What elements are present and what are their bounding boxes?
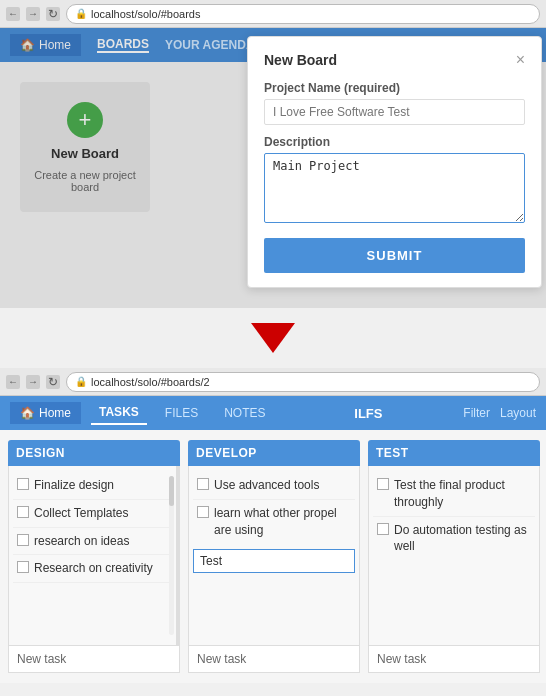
back-button-1[interactable]: ←	[6, 7, 20, 21]
modal-title: New Board	[264, 52, 337, 68]
back-button-2[interactable]: ←	[6, 375, 20, 389]
board-title-area: ILFS	[284, 406, 454, 421]
develop-new-task[interactable]: New task	[188, 646, 360, 673]
design-column-body: Finalize design Collect Templates resear…	[8, 466, 180, 646]
task-text: Test the final product throughly	[394, 477, 531, 511]
arrow-divider	[0, 308, 546, 368]
board-home-label: Home	[39, 406, 71, 420]
task-text: Use advanced tools	[214, 477, 351, 494]
develop-column-header: DEVELOP	[188, 440, 360, 466]
browser-chrome-2: ← → ↻ 🔒 localhost/solo/#boards/2	[0, 368, 546, 396]
forward-button-2[interactable]: →	[26, 375, 40, 389]
design-column: DESIGN Finalize design Collect Templates…	[8, 440, 180, 673]
task-checkbox[interactable]	[377, 523, 389, 535]
task-checkbox[interactable]	[197, 506, 209, 518]
layout-button[interactable]: Layout	[500, 406, 536, 420]
board-nav-right: Filter Layout	[463, 406, 536, 420]
task-text: research on ideas	[34, 533, 168, 550]
forward-button-1[interactable]: →	[26, 7, 40, 21]
test-column: TEST Test the final product throughly Do…	[368, 440, 540, 673]
task-text: Research on creativity	[34, 560, 168, 577]
list-item: Finalize design	[13, 472, 172, 500]
files-tab[interactable]: FILES	[157, 402, 206, 424]
refresh-button-2[interactable]: ↻	[46, 375, 60, 389]
lock-icon-2: 🔒	[75, 376, 87, 387]
project-name-input[interactable]	[264, 99, 525, 125]
board-home-icon: 🏠	[20, 406, 35, 420]
test-column-header: TEST	[368, 440, 540, 466]
address-bar-2[interactable]: 🔒 localhost/solo/#boards/2	[66, 372, 540, 392]
boards-page: 🏠 Home BOARDS YOUR AGENDA + New Board Cr…	[0, 28, 546, 308]
lock-icon-1: 🔒	[75, 8, 87, 19]
list-item: Test the final product throughly	[373, 472, 535, 517]
board-detail-page: 🏠 Home TASKS FILES NOTES ILFS Filter Lay…	[0, 396, 546, 683]
develop-task-input[interactable]	[193, 549, 355, 573]
scrollbar-track	[169, 476, 174, 635]
columns-area: DESIGN Finalize design Collect Templates…	[0, 430, 546, 683]
modal-header: New Board ×	[264, 51, 525, 69]
scrollbar-thumb[interactable]	[169, 476, 174, 506]
tasks-tab[interactable]: TASKS	[91, 401, 147, 425]
design-new-task[interactable]: New task	[8, 646, 180, 673]
task-text: Do automation testing as well	[394, 522, 531, 556]
develop-column-body: Use advanced tools learn what other prop…	[188, 466, 360, 646]
board-title: ILFS	[354, 406, 382, 421]
refresh-button-1[interactable]: ↻	[46, 7, 60, 21]
list-item: Do automation testing as well	[373, 517, 535, 561]
board-navbar: 🏠 Home TASKS FILES NOTES ILFS Filter Lay…	[0, 396, 546, 430]
project-name-label: Project Name (required)	[264, 81, 525, 95]
new-board-modal: New Board × Project Name (required) Desc…	[247, 36, 542, 288]
list-item: research on ideas	[13, 528, 172, 556]
list-item: Collect Templates	[13, 500, 172, 528]
notes-tab[interactable]: NOTES	[216, 402, 273, 424]
task-checkbox[interactable]	[17, 534, 29, 546]
list-item: learn what other propel are using	[193, 500, 355, 544]
task-checkbox[interactable]	[377, 478, 389, 490]
board-home-button[interactable]: 🏠 Home	[10, 402, 81, 424]
test-new-task[interactable]: New task	[368, 646, 540, 673]
task-checkbox[interactable]	[197, 478, 209, 490]
modal-close-button[interactable]: ×	[516, 51, 525, 69]
board-nav-row: 🏠 Home TASKS FILES NOTES ILFS Filter Lay…	[0, 396, 546, 430]
address-bar-1[interactable]: 🔒 localhost/solo/#boards	[66, 4, 540, 24]
down-arrow-icon	[251, 323, 295, 353]
browser-chrome-1: ← → ↻ 🔒 localhost/solo/#boards	[0, 0, 546, 28]
develop-column: DEVELOP Use advanced tools learn what ot…	[188, 440, 360, 673]
task-text: learn what other propel are using	[214, 505, 351, 539]
description-textarea[interactable]: Main Project	[264, 153, 525, 223]
test-column-body: Test the final product throughly Do auto…	[368, 466, 540, 646]
filter-button[interactable]: Filter	[463, 406, 490, 420]
url-text-1: localhost/solo/#boards	[91, 8, 200, 20]
task-text: Finalize design	[34, 477, 168, 494]
task-checkbox[interactable]	[17, 561, 29, 573]
url-text-2: localhost/solo/#boards/2	[91, 376, 210, 388]
description-label: Description	[264, 135, 525, 149]
task-checkbox[interactable]	[17, 478, 29, 490]
list-item: Use advanced tools	[193, 472, 355, 500]
task-text: Collect Templates	[34, 505, 168, 522]
design-column-header: DESIGN	[8, 440, 180, 466]
submit-button[interactable]: SUBMIT	[264, 238, 525, 273]
list-item: Research on creativity	[13, 555, 172, 583]
task-checkbox[interactable]	[17, 506, 29, 518]
